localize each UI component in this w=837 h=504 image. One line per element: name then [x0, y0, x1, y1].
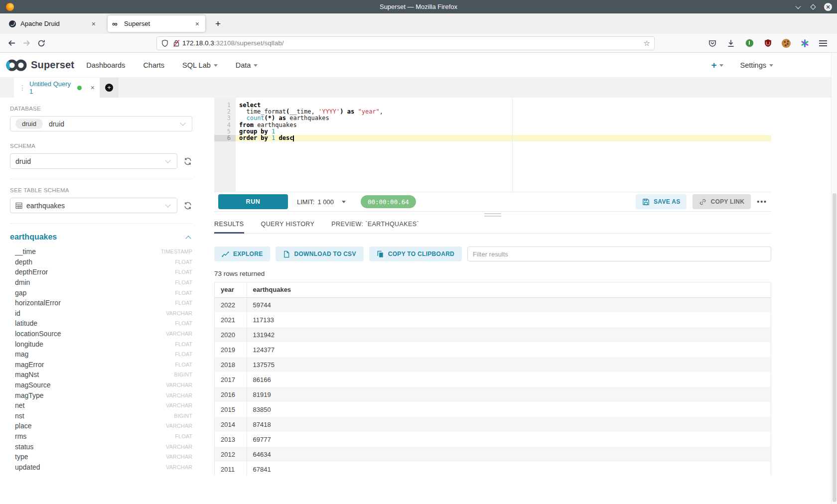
- collapse-chevron-icon[interactable]: [185, 236, 191, 241]
- sql-editor[interactable]: 123456 select time_format(__time, 'YYYY'…: [214, 98, 771, 192]
- column-row[interactable]: netVARCHAR: [10, 400, 192, 411]
- nav-data[interactable]: Data: [236, 61, 258, 69]
- nav-dashboards[interactable]: Dashboards: [86, 61, 125, 69]
- reload-button[interactable]: [34, 36, 49, 50]
- explore-button[interactable]: EXPLORE: [214, 247, 270, 261]
- tab-preview-earthquakes[interactable]: PREVIEW: `EARTHQUAKES`: [331, 219, 419, 233]
- download-csv-button[interactable]: DOWNLOAD TO CSV: [276, 247, 363, 261]
- column-row[interactable]: magNstBIGINT: [10, 370, 192, 380]
- copy-link-button[interactable]: COPY LINK: [693, 194, 751, 209]
- table-row[interactable]: 201786166: [215, 372, 771, 387]
- table-row[interactable]: 201583850: [215, 402, 771, 417]
- table-row[interactable]: 201487418: [215, 417, 771, 432]
- tab-close-icon[interactable]: ×: [194, 20, 201, 28]
- forward-button[interactable]: [19, 36, 34, 50]
- add-query-tab-button[interactable]: +: [100, 78, 119, 98]
- column-row[interactable]: nstBIGINT: [10, 411, 192, 421]
- column-row[interactable]: longitudeFLOAT: [10, 339, 192, 349]
- column-header-year[interactable]: year: [215, 282, 247, 297]
- column-row[interactable]: statusVARCHAR: [10, 441, 192, 452]
- editor-code-lines[interactable]: select time_format(__time, 'YYYY') as "y…: [236, 98, 771, 192]
- limit-dropdown[interactable]: LIMIT: 1 000: [297, 198, 346, 206]
- code-line[interactable]: group by 1: [236, 128, 771, 135]
- url-bar[interactable]: 172.18.0.3:32108/superset/sqllab/ ☆: [156, 36, 655, 50]
- extension-green-icon[interactable]: [744, 38, 754, 48]
- window-close-button[interactable]: ✕: [824, 3, 832, 11]
- add-new-button[interactable]: +: [711, 60, 723, 71]
- table-row[interactable]: 201167841: [215, 462, 771, 475]
- column-row[interactable]: horizontalErrorFLOAT: [10, 298, 192, 308]
- table-row[interactable]: 2021117133: [215, 312, 771, 327]
- column-row[interactable]: gapFLOAT: [10, 287, 192, 298]
- column-row[interactable]: magSourceVARCHAR: [10, 380, 192, 390]
- schema-select[interactable]: druid: [10, 153, 177, 169]
- sqllab-sidebar: DATABASE druid druid SCHEMA druid SEE TA…: [0, 98, 204, 504]
- save-as-button[interactable]: SAVE AS: [636, 194, 687, 209]
- browser-tab-druid[interactable]: Apache Druid ×: [4, 15, 102, 32]
- settings-menu[interactable]: Settings: [740, 61, 773, 69]
- new-browser-tab-button[interactable]: +: [212, 18, 224, 29]
- column-row[interactable]: depthFLOAT: [10, 257, 192, 267]
- results-table-wrap[interactable]: year earthquakes 20225974420211171332020…: [214, 282, 771, 475]
- table-row[interactable]: 2019124377: [215, 342, 771, 357]
- table-select[interactable]: earthquakes: [10, 198, 177, 213]
- code-line[interactable]: count(*) as earthquakes: [236, 115, 771, 122]
- column-row[interactable]: magFLOAT: [10, 349, 192, 360]
- window-minimize-button[interactable]: [794, 3, 802, 11]
- table-row[interactable]: 2020131942: [215, 327, 771, 342]
- copy-clipboard-button[interactable]: COPY TO CLIPBOARD: [369, 247, 462, 261]
- window-maximize-button[interactable]: [809, 3, 817, 11]
- run-button[interactable]: RUN: [218, 194, 288, 209]
- ublock-icon[interactable]: [763, 38, 773, 48]
- table-row[interactable]: 2018137575: [215, 357, 771, 372]
- table-schema-header[interactable]: earthquakes: [10, 233, 57, 242]
- table-row[interactable]: 201264634: [215, 447, 771, 462]
- drag-handle-icon[interactable]: ⋮: [19, 84, 26, 92]
- code-line[interactable]: order by 1 desc: [236, 135, 771, 141]
- filter-results-input[interactable]: [467, 247, 771, 261]
- column-row[interactable]: typeVARCHAR: [10, 452, 192, 462]
- superset-logo[interactable]: Superset: [5, 57, 74, 73]
- lock-insecure-icon[interactable]: [172, 39, 180, 47]
- column-type: VARCHAR: [166, 331, 192, 337]
- table-row[interactable]: 201681919: [215, 387, 771, 402]
- column-row[interactable]: placeVARCHAR: [10, 421, 192, 431]
- tab-close-icon[interactable]: ×: [90, 20, 97, 28]
- bookmark-star-icon[interactable]: ☆: [644, 39, 650, 48]
- window-scrollbar[interactable]: [831, 53, 837, 504]
- more-options-icon[interactable]: •••: [757, 198, 767, 206]
- pocket-icon[interactable]: [707, 38, 717, 48]
- column-row[interactable]: dminFLOAT: [10, 277, 192, 288]
- column-row[interactable]: idVARCHAR: [10, 308, 192, 319]
- shield-icon[interactable]: [161, 39, 169, 47]
- nav-sql-lab[interactable]: SQL Lab: [182, 61, 218, 69]
- tab-results[interactable]: RESULTS: [214, 219, 244, 233]
- browser-tab-superset[interactable]: ∞ Superset ×: [108, 15, 205, 32]
- column-row[interactable]: __timeTIMESTAMP: [10, 247, 192, 257]
- column-row[interactable]: magTypeVARCHAR: [10, 390, 192, 400]
- column-row[interactable]: latitudeFLOAT: [10, 318, 192, 329]
- hamburger-menu-icon[interactable]: [818, 38, 828, 48]
- scrollbar-thumb[interactable]: [833, 193, 837, 502]
- column-row[interactable]: updatedVARCHAR: [10, 462, 192, 472]
- table-row[interactable]: 202259744: [215, 297, 771, 312]
- code-line[interactable]: from earthquakes: [236, 122, 771, 128]
- refresh-schema-icon[interactable]: [183, 157, 192, 166]
- query-tab[interactable]: ⋮ Untitled Query 1 ×: [14, 78, 100, 98]
- database-select[interactable]: druid druid: [10, 116, 192, 131]
- column-header-earthquakes[interactable]: earthquakes: [247, 282, 771, 297]
- refresh-table-icon[interactable]: [183, 201, 192, 210]
- pane-splitter[interactable]: [214, 212, 771, 218]
- table-row[interactable]: 201369777: [215, 432, 771, 447]
- multicolor-asterisk-icon[interactable]: [800, 38, 810, 48]
- nav-charts[interactable]: Charts: [143, 61, 164, 69]
- query-tab-close-icon[interactable]: ×: [91, 84, 95, 92]
- back-button[interactable]: [4, 36, 19, 50]
- tab-query-history[interactable]: QUERY HISTORY: [261, 219, 315, 233]
- column-row[interactable]: magErrorFLOAT: [10, 360, 192, 370]
- column-row[interactable]: rmsFLOAT: [10, 431, 192, 442]
- download-icon[interactable]: [726, 38, 736, 48]
- cookie-icon[interactable]: [781, 38, 791, 48]
- column-row[interactable]: depthErrorFLOAT: [10, 267, 192, 277]
- column-row[interactable]: locationSourceVARCHAR: [10, 329, 192, 339]
